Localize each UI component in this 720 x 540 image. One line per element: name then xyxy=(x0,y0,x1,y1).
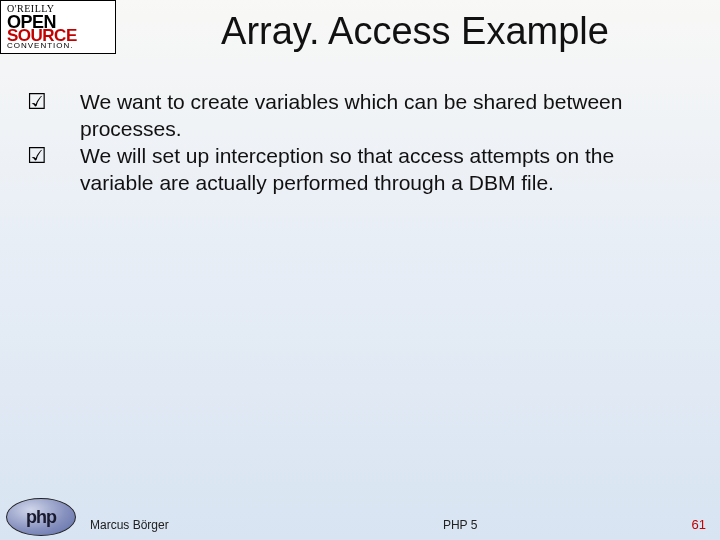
php-logo-text: php xyxy=(26,507,56,528)
footer-page-number: 61 xyxy=(692,517,706,532)
php-logo-ellipse: php xyxy=(6,498,76,536)
checkbox-checked-icon: ☑ xyxy=(22,88,80,116)
php-logo: php xyxy=(6,498,76,536)
slide-body: ☑ We want to create variables which can … xyxy=(22,88,690,196)
footer-center: PHP 5 xyxy=(169,518,692,532)
checkbox-checked-icon: ☑ xyxy=(22,142,80,170)
bullet-text: We will set up interception so that acce… xyxy=(80,142,690,196)
slide-footer: Marcus Börger PHP 5 61 xyxy=(90,517,706,532)
bullet-text: We want to create variables which can be… xyxy=(80,88,690,142)
oreilly-open-source-logo: O'REILLY OPEN SOURCE CONVENTION. xyxy=(0,0,116,54)
slide-title: Array. Access Example xyxy=(130,10,700,53)
footer-author: Marcus Börger xyxy=(90,518,169,532)
logo-convention-text: CONVENTION. xyxy=(7,42,109,50)
bullet-item: ☑ We will set up interception so that ac… xyxy=(22,142,690,196)
slide: O'REILLY OPEN SOURCE CONVENTION. Array. … xyxy=(0,0,720,540)
bullet-item: ☑ We want to create variables which can … xyxy=(22,88,690,142)
